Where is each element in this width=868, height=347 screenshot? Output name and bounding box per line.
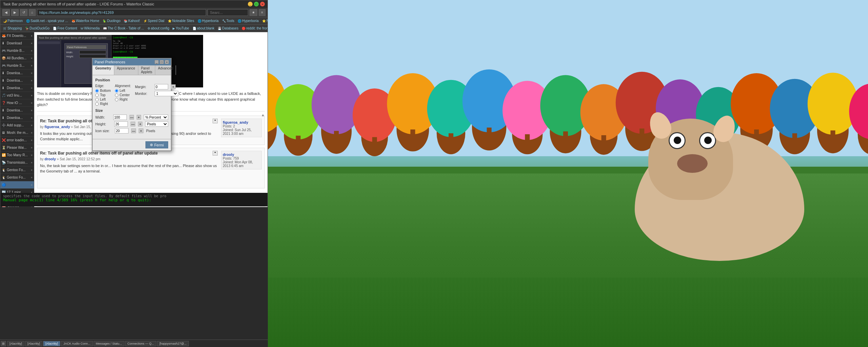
tab-close-icon[interactable]: × — [31, 49, 33, 53]
address-bar[interactable] — [37, 9, 206, 16]
taskbar-start-button[interactable]: ⊞ — [1, 341, 6, 346]
tab-close-icon[interactable]: × — [31, 79, 33, 82]
bookmark-databases[interactable]: 💾Databases — [216, 26, 240, 30]
align-left[interactable]: Left — [115, 89, 131, 93]
sidebar-tab-allbundles[interactable]: 📦 All Bundles... × — [0, 55, 34, 62]
bookmark-aboutblank[interactable]: 📄about:blank — [191, 26, 216, 30]
taskbar-item-alacritty1[interactable]: [Alacritty] — [7, 341, 24, 346]
bookmark-shopping[interactable]: 🛒Shopping — [2, 26, 23, 30]
bookmark-free[interactable]: 📄Free Content — [52, 26, 78, 30]
sidebar-tab-gentoo1[interactable]: 🐧 Gentoo Fo... × — [0, 166, 34, 174]
bookmark-kahoot[interactable]: 📚Kahoot! — [122, 19, 141, 23]
height-unit-select[interactable]: Pixels — [145, 121, 168, 127]
sidebar-tab-mosh[interactable]: 🖥 Mosh: the m... × — [0, 129, 34, 137]
sidebar-tab-gentoo2[interactable]: 🐧 Gentoo Fo... × — [0, 174, 34, 181]
taskbar-item-jack[interactable]: JACK Audio Conn... — [61, 341, 93, 346]
bookmark-mostvisited[interactable]: ⭐Most Visited — [261, 19, 268, 23]
sidebar-tab-dl2[interactable]: ⬇ Downloa... × — [0, 69, 34, 77]
align-left-radio[interactable] — [115, 89, 118, 93]
tab-close-icon[interactable]: × — [31, 94, 33, 97]
sidebar-tab-howto[interactable]: ❓ How tO ... × — [0, 99, 34, 107]
iconsize-plus-button[interactable]: + — [139, 128, 143, 133]
sidebar-tab-toomany[interactable]: 🔁 Too Many R... × — [0, 151, 34, 159]
close-button[interactable]: × — [260, 2, 265, 6]
menu-button[interactable]: ≡ — [259, 9, 265, 16]
bookmark-hyperboria1[interactable]: 🌐Hyperboria — [196, 19, 220, 23]
edge-bottom-radio[interactable] — [95, 89, 99, 93]
dialog-close-fermi-button[interactable]: ⊗ Fermi — [145, 141, 168, 148]
edge-right-radio[interactable] — [95, 102, 99, 106]
width-minus-button[interactable]: — — [130, 115, 134, 120]
bookmark-youtube[interactable]: ▶YouTube — [171, 26, 190, 30]
taskbar-item-happysmash[interactable]: [happysmash27@... — [157, 341, 189, 346]
sidebar-tab-pleasewait[interactable]: ⏳ Please Wai... × — [0, 144, 34, 151]
bookmark-aboutconfig1[interactable]: ⚙about:config — [146, 26, 171, 30]
tab-close-icon[interactable]: × — [31, 86, 33, 90]
width-input[interactable] — [113, 115, 127, 120]
bookmark-hyperboria2[interactable]: 🌐Hyperboria — [236, 19, 260, 23]
margin-input[interactable] — [155, 84, 168, 89]
sidebar-tab-current[interactable]: 🔵 × — [0, 181, 34, 189]
bookmark-cbook[interactable]: 📖The C Book - Table of ... — [102, 26, 145, 30]
dialog-tab-advanced[interactable]: Advanced — [155, 65, 176, 75]
scroll-top-icon[interactable]: ▲ — [261, 113, 265, 117]
tab-close-icon[interactable]: × — [31, 176, 33, 179]
bookmark-tools[interactable]: 🔧Tools — [221, 19, 236, 23]
align-center-radio[interactable] — [115, 94, 118, 97]
bookmark-speeddial[interactable]: ⚡Speed Dial — [142, 19, 166, 23]
tab-close-icon[interactable]: × — [31, 101, 33, 105]
taskbar-item-connections[interactable]: Connections — Q... — [125, 341, 157, 346]
tab-close-icon[interactable]: × — [31, 42, 33, 45]
star-button[interactable]: ★ — [250, 9, 257, 16]
tab-close-icon[interactable]: × — [31, 154, 33, 157]
tab-close-icon[interactable]: × — [31, 64, 33, 67]
tab-close-icon[interactable]: × — [31, 168, 33, 172]
bookmark-waterfox[interactable]: 🦊Waterfox Home — [70, 19, 101, 23]
height-minus-button[interactable]: — — [131, 122, 135, 126]
dialog-minimize-button[interactable]: _ — [155, 60, 159, 64]
height-plus-button[interactable]: + — [138, 122, 143, 126]
edge-top[interactable]: Top — [95, 93, 111, 97]
tab-close-icon[interactable]: × — [31, 124, 33, 127]
bookmark-saidit[interactable]: 🌐Saidit.net - speak your ... — [25, 19, 70, 23]
sidebar-tab-dl5[interactable]: ⬇ Downloa... × — [0, 107, 34, 114]
minimize-button[interactable]: _ — [248, 2, 253, 6]
taskbar-item-alacritty3[interactable]: [Alacritty] — [43, 341, 60, 346]
maximize-button[interactable]: □ — [254, 2, 259, 6]
sidebar-tab-dl6[interactable]: ⬇ Downloa... × — [0, 114, 34, 122]
reply2-quote-button[interactable]: ❝ — [213, 151, 218, 156]
tab-close-icon[interactable]: × — [31, 183, 33, 187]
bookmark-notable[interactable]: ⭐Noteable Sites — [166, 19, 196, 23]
tab-close-icon[interactable]: × — [31, 131, 33, 135]
bookmark-duolingo[interactable]: 🦜Duolingo — [101, 19, 122, 23]
reload-button[interactable]: ↺ — [20, 9, 27, 16]
tab-close-icon[interactable]: × — [31, 139, 33, 142]
tab-close-icon[interactable]: × — [31, 109, 33, 112]
tab-close-icon[interactable]: × — [31, 72, 33, 75]
edge-bottom[interactable]: Bottom — [95, 89, 111, 93]
align-right[interactable]: Right — [115, 98, 131, 101]
sidebar-tab-dl3[interactable]: ⬇ Downloa... × — [0, 77, 34, 84]
tab-close-icon[interactable]: × — [31, 116, 33, 120]
edge-left-radio[interactable] — [95, 98, 99, 101]
width-plus-button[interactable]: + — [137, 115, 141, 120]
edge-left[interactable]: Left — [95, 98, 111, 101]
align-center[interactable]: Center — [115, 93, 131, 97]
iconsize-minus-button[interactable]: — — [131, 128, 136, 133]
monitor-select[interactable]: 1 — [155, 91, 178, 96]
sidebar-tab-error[interactable]: ❌ error loadin... × — [0, 137, 34, 144]
iconsize-input[interactable] — [115, 128, 129, 134]
dialog-tab-geometry[interactable]: Geometry — [93, 65, 114, 75]
sidebar-tab-addsupp[interactable]: ➕ Add supp... × — [0, 122, 34, 129]
sidebar-tab-vst3[interactable]: 🎵 vst3 linu... × — [0, 92, 34, 99]
sidebar-tab-transmission[interactable]: 📡 Transmissio... × — [0, 159, 34, 166]
sidebar-tab-dl4[interactable]: ⬇ Downloa... × — [0, 84, 34, 92]
reply1-quote-button[interactable]: ❝ — [213, 119, 218, 123]
dialog-close-button[interactable]: × — [165, 60, 169, 64]
sidebar-tab-dl1[interactable]: ⬇ Download × — [0, 40, 34, 47]
bookmark-wikimedia[interactable]: WWikimedia — [79, 26, 101, 30]
dialog-tab-appearance[interactable]: Appearance — [114, 65, 138, 75]
sidebar-tab-fx[interactable]: 🦊 FX Downlo... × — [0, 32, 34, 40]
dialog-maximize-button[interactable]: □ — [160, 60, 164, 64]
bookmark-palemoon[interactable]: 🌙Palemoon — [2, 19, 24, 23]
